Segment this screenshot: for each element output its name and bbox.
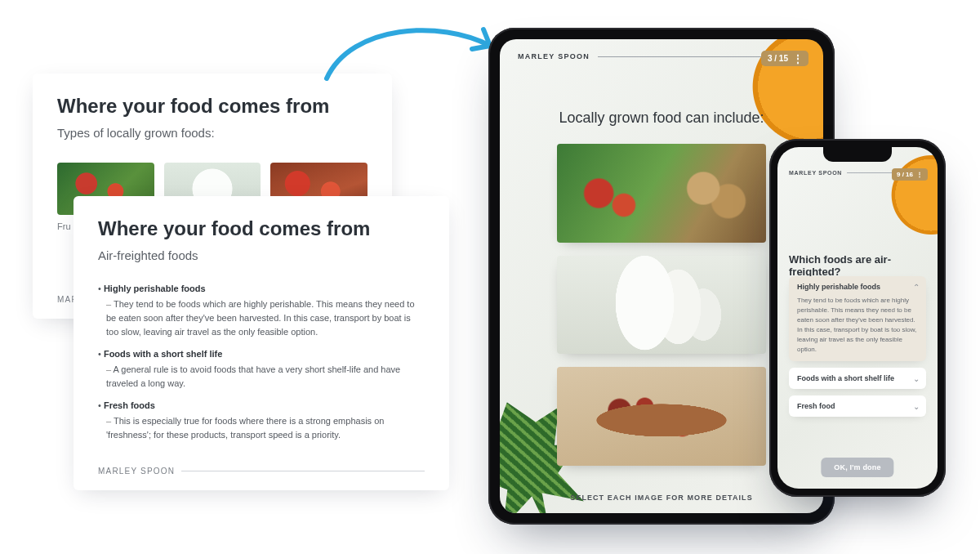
kebab-menu-icon[interactable]: ⋮ xyxy=(793,55,802,63)
phone-notch xyxy=(823,147,892,162)
tablet-image-list xyxy=(557,144,766,466)
done-button[interactable]: OK, I'm done xyxy=(821,458,893,477)
chevron-down-icon: ⌄ xyxy=(913,402,920,411)
accordion-label: Highly perishable foods xyxy=(797,283,918,291)
accordion-body: They tend to be foods which are highly p… xyxy=(797,296,918,355)
progress-pill[interactable]: 9 / 16 ⋮ xyxy=(892,168,928,181)
arrow-icon xyxy=(318,15,506,88)
footer-rule xyxy=(181,471,425,471)
document-card-front: Where your food comes from Air-freighted… xyxy=(74,196,449,490)
chevron-up-icon: ⌃ xyxy=(913,283,920,292)
phone-device: MARLEY SPOON 9 / 16 ⋮ Which foods are ai… xyxy=(769,139,946,497)
doc-back-subtitle: Types of locally grown foods: xyxy=(57,126,368,140)
lesson-image-card[interactable] xyxy=(557,367,766,466)
lesson-image-card[interactable] xyxy=(557,256,766,355)
bullet-body: A general rule is to avoid foods that ha… xyxy=(106,363,425,391)
tablet-title: Locally grown food can include: xyxy=(500,109,823,127)
accordion-item[interactable]: Foods with a short shelf life ⌄ xyxy=(789,368,926,389)
accordion-label: Fresh food xyxy=(797,402,918,410)
tablet-footer-instruction: SELECT EACH IMAGE FOR MORE DETAILS xyxy=(500,494,823,502)
accordion-item[interactable]: Fresh food ⌄ xyxy=(789,395,926,417)
brand-label: MARLEY SPOON xyxy=(98,467,175,476)
bullet-item: Highly perishable foods They tend to be … xyxy=(98,282,425,339)
progress-text: 3 / 15 xyxy=(768,54,788,63)
progress-pill[interactable]: 3 / 15 ⋮ xyxy=(761,51,808,66)
bullet-heading: Fresh foods xyxy=(104,400,155,410)
kebab-menu-icon[interactable]: ⋮ xyxy=(916,171,923,178)
bullet-body: This is especially true for foods where … xyxy=(106,414,425,442)
bullet-item: Foods with a short shelf life A general … xyxy=(98,347,425,391)
doc-front-subtitle: Air-freighted foods xyxy=(98,248,425,262)
bullet-body: They tend to be foods which are highly p… xyxy=(106,297,425,339)
bullet-item: Fresh foods This is especially true for … xyxy=(98,399,425,442)
bullet-heading: Foods with a short shelf life xyxy=(104,349,222,359)
doc-front-title: Where your food comes from xyxy=(98,217,425,240)
bullet-heading: Highly perishable foods xyxy=(104,284,206,293)
chevron-down-icon: ⌄ xyxy=(913,374,920,383)
accordion-label: Foods with a short shelf life xyxy=(797,374,918,382)
doc-front-bullets: Highly perishable foods They tend to be … xyxy=(98,274,425,442)
phone-screen: MARLEY SPOON 9 / 16 ⋮ Which foods are ai… xyxy=(777,147,938,489)
lesson-image-card[interactable] xyxy=(557,144,766,243)
accordion-item[interactable]: Highly perishable foods ⌃ They tend to b… xyxy=(789,276,926,361)
phone-accordion: Highly perishable foods ⌃ They tend to b… xyxy=(789,276,926,417)
doc-back-title: Where your food comes from xyxy=(57,95,368,118)
progress-text: 9 / 16 xyxy=(897,171,913,178)
brand-label: MARLEY SPOON xyxy=(518,52,590,60)
doc-front-footer: MARLEY SPOON xyxy=(98,467,425,476)
phone-title: Which foods are air-freighted? xyxy=(789,253,926,278)
brand-label: MARLEY SPOON xyxy=(789,170,842,176)
